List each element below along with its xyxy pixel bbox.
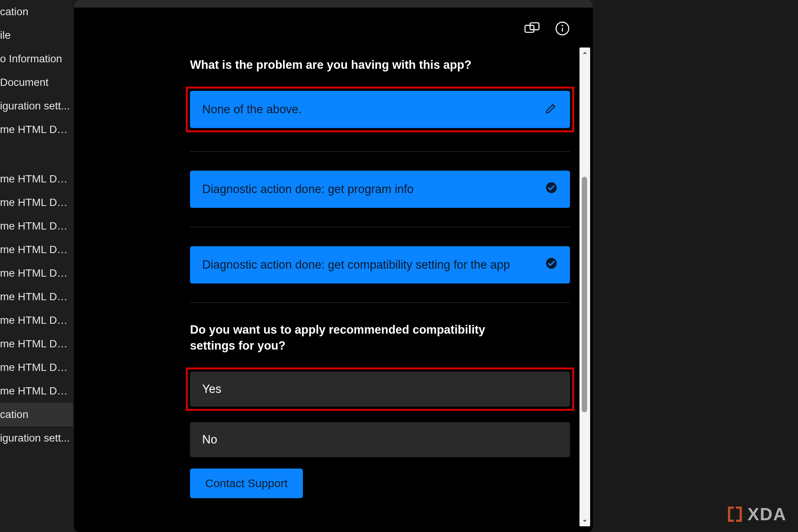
checkmark-icon xyxy=(545,257,558,273)
list-item[interactable]: me HTML Do... xyxy=(0,356,73,379)
troubleshooter-panel: What is the problem are you having with … xyxy=(74,0,593,532)
question-2: Do you want us to apply recommended comp… xyxy=(190,322,524,354)
list-item[interactable]: o Information xyxy=(0,47,73,71)
xda-watermark: XDA xyxy=(726,504,787,524)
xda-watermark-text: XDA xyxy=(747,504,787,524)
selected-answer-text: None of the above. xyxy=(202,103,302,116)
list-item[interactable]: me HTML Do... xyxy=(0,261,73,285)
list-item[interactable]: me HTML Do... xyxy=(0,118,73,141)
list-item[interactable]: Document xyxy=(0,71,73,94)
feedback-icon[interactable] xyxy=(524,22,540,35)
list-item[interactable]: me HTML Do... xyxy=(0,167,73,191)
checkmark-icon xyxy=(545,181,558,197)
svg-point-3 xyxy=(562,25,563,27)
svg-rect-1 xyxy=(530,23,539,30)
selected-answer-card[interactable]: None of the above. xyxy=(190,91,570,128)
list-item[interactable]: iguration sett... xyxy=(0,426,73,450)
divider xyxy=(190,227,570,227)
scroll-down-arrow-icon[interactable] xyxy=(580,516,590,526)
diagnostic-step-text: Diagnostic action done: get compatibilit… xyxy=(202,258,510,272)
contact-support-button[interactable]: Contact Support xyxy=(190,469,303,498)
list-item[interactable]: me HTML Do... xyxy=(0,285,73,309)
annotation-highlight-1: None of the above. xyxy=(186,87,574,132)
list-item[interactable]: me HTML Do... xyxy=(0,332,73,356)
svg-rect-0 xyxy=(525,25,534,32)
diagnostic-step-text: Diagnostic action done: get program info xyxy=(202,182,414,196)
diagnostic-step-1[interactable]: Diagnostic action done: get program info xyxy=(190,171,570,208)
list-item-selected[interactable]: cation xyxy=(0,403,73,426)
edit-icon[interactable] xyxy=(545,101,558,117)
option-no[interactable]: No xyxy=(190,422,570,457)
scroll-up-arrow-icon[interactable] xyxy=(580,48,590,58)
question-1: What is the problem are you having with … xyxy=(190,57,570,73)
annotation-highlight-2: Yes xyxy=(186,367,574,411)
info-icon[interactable] xyxy=(555,21,570,36)
list-item[interactable]: iguration sett... xyxy=(0,94,73,118)
list-item[interactable]: me HTML Do... xyxy=(0,379,73,403)
xda-logo-icon xyxy=(726,505,744,523)
list-item[interactable]: me HTML Do... xyxy=(0,238,73,261)
list-item[interactable]: cation xyxy=(0,0,73,24)
divider xyxy=(190,302,570,303)
list-item[interactable]: ile xyxy=(0,24,73,47)
vertical-scrollbar[interactable] xyxy=(580,48,590,526)
list-item[interactable]: me HTML Do... xyxy=(0,191,73,214)
file-list-sidebar: cation ile o Information Document igurat… xyxy=(0,0,73,532)
panel-titlebar xyxy=(74,0,593,8)
scrollbar-thumb[interactable] xyxy=(582,177,587,412)
diagnostic-step-2[interactable]: Diagnostic action done: get compatibilit… xyxy=(190,246,570,283)
divider xyxy=(190,151,570,152)
list-item[interactable]: me HTML Do... xyxy=(0,214,73,238)
list-item[interactable]: me HTML Do... xyxy=(0,309,73,332)
option-yes[interactable]: Yes xyxy=(190,372,570,407)
